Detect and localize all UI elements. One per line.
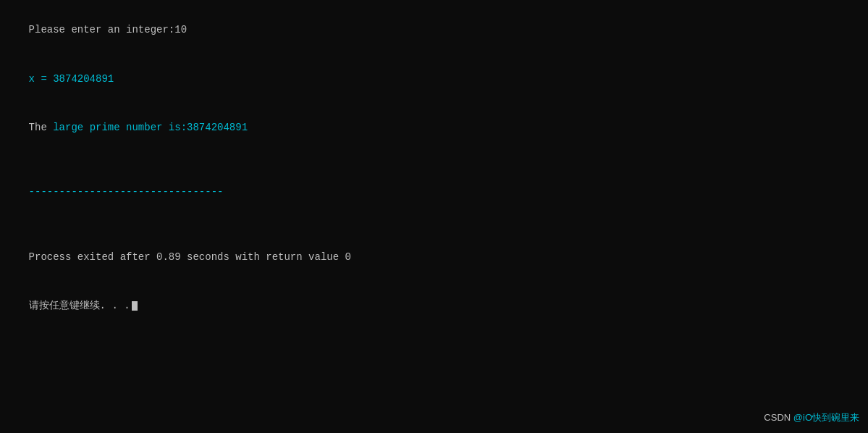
cursor xyxy=(132,301,138,311)
terminal-window: Please enter an integer:10 x = 387420489… xyxy=(0,0,868,433)
author-handle: @iO快到碗里来 xyxy=(793,412,859,423)
separator-line: -------------------------------- xyxy=(4,168,864,216)
output-line-1: Please enter an integer:10 xyxy=(4,6,864,54)
output-line-6 xyxy=(4,216,864,232)
x-value: x = 3874204891 xyxy=(29,73,114,85)
continue-line: 请按任意键继续. . . xyxy=(4,282,864,330)
watermark: CSDN @iO快到碗里来 xyxy=(764,411,859,424)
output-line-3: The large prime number is:3874204891 xyxy=(4,103,864,151)
continue-text: 请按任意键继续. . . xyxy=(29,300,130,311)
the-prefix: The xyxy=(29,122,54,133)
csdn-label: CSDN xyxy=(764,412,793,423)
output-line-2: x = 3874204891 xyxy=(4,54,864,103)
output-line-4 xyxy=(4,152,864,168)
input-echo: Please enter an integer:10 xyxy=(29,24,187,35)
process-exit-line: Process exited after 0.89 seconds with r… xyxy=(4,232,864,281)
prime-result: large prime number is:3874204891 xyxy=(53,122,248,133)
